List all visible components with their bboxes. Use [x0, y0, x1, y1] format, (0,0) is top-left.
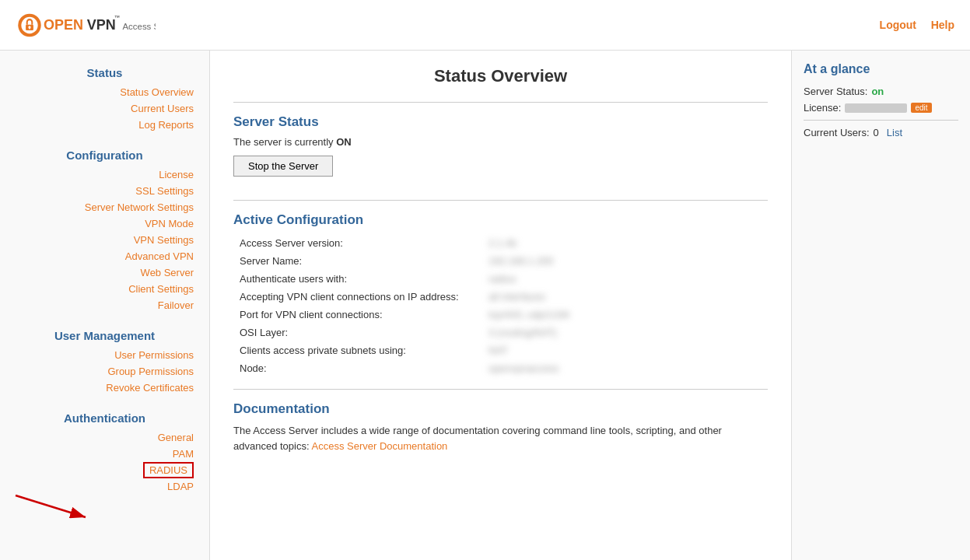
main-content: Status Overview Server Status The server… [210, 51, 791, 560]
server-status-row: Server Status: on [804, 86, 958, 97]
stop-server-button[interactable]: Stop the Server [233, 156, 333, 177]
sidebar-item-advanced-vpn[interactable]: Advanced VPN [0, 248, 209, 264]
current-users-value: 0 [874, 127, 879, 138]
documentation-text: The Access Server includes a wide range … [233, 423, 768, 453]
svg-rect-4 [29, 26, 30, 28]
sidebar-item-status-overview[interactable]: Status Overview [0, 84, 209, 100]
sidebar: Status Status Overview Current Users Log… [0, 51, 210, 560]
license-badge: edit [911, 103, 931, 113]
config-label-6: Clients access private subnets using: [233, 341, 482, 359]
sidebar-item-revoke-certificates[interactable]: Revoke Certificates [0, 380, 209, 396]
sidebar-item-log-reports[interactable]: Log Reports [0, 117, 209, 133]
config-label-2: Authenticate users with: [233, 270, 482, 288]
config-label-4: Port for VPN client connections: [233, 306, 482, 324]
sidebar-item-auth-radius[interactable]: RADIUS [143, 462, 194, 478]
right-panel: At a glance Server Status: on License: e… [791, 51, 970, 560]
svg-text:VPN: VPN [87, 17, 116, 33]
config-value-5: 3 (routing/NAT) [482, 324, 768, 341]
license-blurred-value [845, 103, 907, 113]
config-row-7: Node:openvpnaccess [233, 359, 768, 377]
header-nav: Logout Help [868, 19, 954, 31]
sidebar-item-auth-general[interactable]: General [0, 429, 209, 446]
sidebar-item-ssl-settings[interactable]: SSL Settings [0, 183, 209, 199]
list-link[interactable]: List [887, 127, 902, 138]
config-value-4: tcp/443, udp/1194 [482, 306, 768, 324]
active-config-table: Access Server version:2.1.4bServer Name:… [233, 234, 768, 377]
svg-text:™: ™ [114, 14, 120, 21]
logo-area: OPEN VPN ™ Access Server [16, 8, 156, 43]
server-status-heading: Server Status [233, 114, 768, 130]
server-status-on: on [871, 86, 884, 97]
current-users-row: Current Users: 0 List [804, 127, 958, 138]
config-row-6: Clients access private subnets using:NAT [233, 341, 768, 359]
active-config-heading: Active Configuration [233, 212, 768, 228]
svg-text:OPEN: OPEN [44, 17, 83, 33]
sidebar-item-failover[interactable]: Failover [0, 297, 209, 313]
sidebar-auth-section: Authentication General PAM RADIUS LDAP [0, 402, 209, 495]
sidebar-item-server-network-settings[interactable]: Server Network Settings [0, 199, 209, 215]
config-value-6: NAT [482, 341, 768, 359]
svg-text:Access Server: Access Server [122, 22, 156, 31]
config-row-3: Accepting VPN client connections on IP a… [233, 288, 768, 306]
config-row-4: Port for VPN client connections:tcp/443,… [233, 306, 768, 324]
sidebar-configuration-title: Configuration [0, 139, 209, 166]
server-status-text: The server is currently ON [233, 136, 768, 148]
documentation-heading: Documentation [233, 401, 768, 417]
server-status-label: Server Status: [804, 86, 867, 97]
openvpn-logo: OPEN VPN ™ Access Server [16, 8, 156, 43]
at-a-glance-title: At a glance [804, 62, 958, 76]
license-row: License: edit [804, 102, 958, 114]
config-row-0: Access Server version:2.1.4b [233, 234, 768, 252]
sidebar-status-title: Status [0, 57, 209, 84]
config-value-2: radius [482, 270, 768, 288]
doc-link[interactable]: Access Server Documentation [311, 440, 447, 452]
sidebar-item-group-permissions[interactable]: Group Permissions [0, 363, 209, 380]
config-value-7: openvpnaccess [482, 359, 768, 377]
server-status-prefix: The server is currently [233, 136, 334, 148]
config-label-5: OSI Layer: [233, 324, 482, 341]
config-label-0: Access Server version: [233, 234, 482, 252]
config-label-1: Server Name: [233, 252, 482, 270]
sidebar-item-license[interactable]: License [0, 166, 209, 183]
page-title: Status Overview [233, 66, 768, 86]
sidebar-item-web-server[interactable]: Web Server [0, 264, 209, 281]
config-label-7: Node: [233, 359, 482, 377]
doc-body-text: The Access Server includes a wide range … [233, 425, 722, 452]
layout: Status Status Overview Current Users Log… [0, 51, 970, 560]
help-link[interactable]: Help [931, 19, 954, 31]
sidebar-user-management-title: User Management [0, 320, 209, 347]
config-value-1: 192.168.1.200 [482, 252, 768, 270]
config-row-2: Authenticate users with:radius [233, 270, 768, 288]
config-value-0: 2.1.4b [482, 234, 768, 252]
sidebar-item-user-permissions[interactable]: User Permissions [0, 347, 209, 363]
sidebar-item-vpn-mode[interactable]: VPN Mode [0, 215, 209, 232]
config-label-3: Accepting VPN client connections on IP a… [233, 288, 482, 306]
sidebar-item-vpn-settings[interactable]: VPN Settings [0, 232, 209, 248]
header: OPEN VPN ™ Access Server Logout Help [0, 0, 970, 51]
sidebar-item-auth-ldap[interactable]: LDAP [0, 478, 209, 495]
sidebar-item-client-settings[interactable]: Client Settings [0, 281, 209, 297]
license-label: License: [804, 102, 841, 114]
current-users-label: Current Users: [804, 127, 870, 138]
sidebar-authentication-title: Authentication [0, 402, 209, 429]
sidebar-item-auth-pam[interactable]: PAM [0, 446, 209, 462]
sidebar-item-current-users[interactable]: Current Users [0, 100, 209, 117]
logout-link[interactable]: Logout [880, 19, 916, 31]
config-value-3: all interfaces [482, 288, 768, 306]
server-status-value: ON [336, 136, 352, 148]
config-row-1: Server Name:192.168.1.200 [233, 252, 768, 270]
config-row-5: OSI Layer:3 (routing/NAT) [233, 324, 768, 341]
